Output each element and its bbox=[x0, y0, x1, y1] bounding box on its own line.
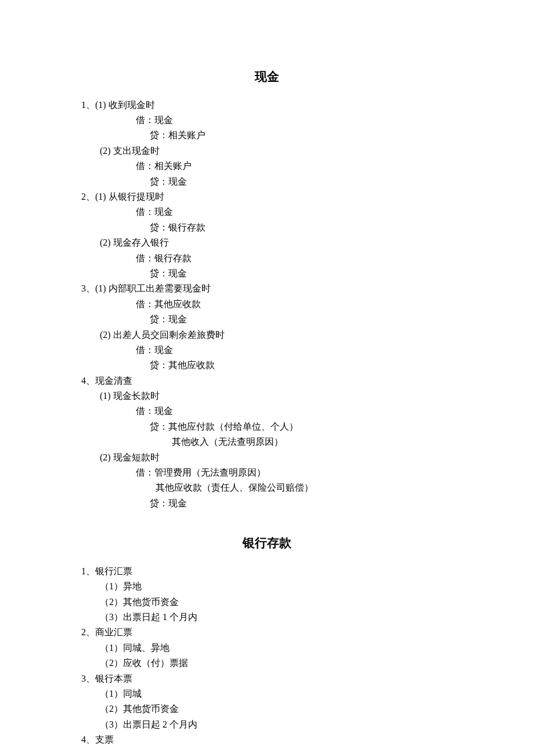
text-line: （2）其他货币资金 bbox=[81, 595, 453, 610]
text-line: 1、银行汇票 bbox=[81, 564, 453, 579]
text-line: 4、支票 bbox=[81, 732, 453, 747]
text-line: 3、银行本票 bbox=[81, 671, 453, 686]
text-line: 借：银行存款 bbox=[81, 251, 453, 266]
text-line: (2) 现金存入银行 bbox=[81, 235, 453, 250]
text-line: 借：管理费用（无法查明原因） bbox=[81, 465, 453, 480]
text-line: （3）出票日起 2 个月内 bbox=[81, 717, 453, 732]
text-line: 2、(1) 从银行提现时 bbox=[81, 189, 453, 204]
text-line: 2、商业汇票 bbox=[81, 625, 453, 640]
text-line: 4、现金清查 bbox=[81, 373, 453, 388]
text-line: （1）同城、异地 bbox=[81, 640, 453, 656]
text-line: 贷：现金 bbox=[81, 496, 453, 511]
section-title-cash: 现金 bbox=[81, 67, 453, 87]
text-line: (2) 支出现金时 bbox=[81, 143, 453, 159]
text-line: 其他收入（无法查明原因） bbox=[81, 434, 453, 449]
text-line: 贷：相关账户 bbox=[81, 128, 453, 143]
text-line: 贷：现金 bbox=[81, 266, 453, 281]
text-line: 贷：现金 bbox=[81, 312, 453, 327]
section-bank-body: 1、银行汇票 （1）异地 （2）其他货币资金 （3）出票日起 1 个月内 2、商… bbox=[81, 564, 453, 748]
text-line: （1）同城 bbox=[81, 686, 453, 701]
text-line: (2) 现金短款时 bbox=[81, 450, 453, 465]
text-line: 借：相关账户 bbox=[81, 159, 453, 174]
section-title-bank: 银行存款 bbox=[81, 533, 453, 553]
text-line: （3）出票日起 1 个月内 bbox=[81, 610, 453, 625]
text-line: 贷：其他应收款 bbox=[81, 358, 453, 373]
text-line: 借：其他应收款 bbox=[81, 297, 453, 312]
text-line: 借：现金 bbox=[81, 113, 453, 128]
text-line: （2）其他货币资金 bbox=[81, 701, 453, 717]
text-line: (1) 现金长款时 bbox=[81, 388, 453, 404]
text-line: 3、(1) 内部职工出差需要现金时 bbox=[81, 281, 453, 296]
section-cash-body: 1、(1) 收到现金时 借：现金 贷：相关账户 (2) 支出现金时 借：相关账户… bbox=[81, 98, 453, 512]
text-line: 贷：银行存款 bbox=[81, 220, 453, 235]
text-line: (2) 出差人员交回剩余差旅费时 bbox=[81, 327, 453, 343]
text-line: 1、(1) 收到现金时 bbox=[81, 98, 453, 113]
text-line: 借：现金 bbox=[81, 204, 453, 219]
text-line: 借：现金 bbox=[81, 404, 453, 419]
text-line: 贷：现金 bbox=[81, 174, 453, 189]
text-line: 借：现金 bbox=[81, 343, 453, 358]
text-line: （2）应收（付）票据 bbox=[81, 656, 453, 671]
text-line: （1）异地 bbox=[81, 579, 453, 594]
text-line: 其他应收款（责任人、保险公司赔偿） bbox=[81, 480, 453, 495]
document-page: 现金 1、(1) 收到现金时 借：现金 贷：相关账户 (2) 支出现金时 借：相… bbox=[0, 0, 534, 756]
text-line: 贷：其他应付款（付给单位、个人） bbox=[81, 419, 453, 434]
